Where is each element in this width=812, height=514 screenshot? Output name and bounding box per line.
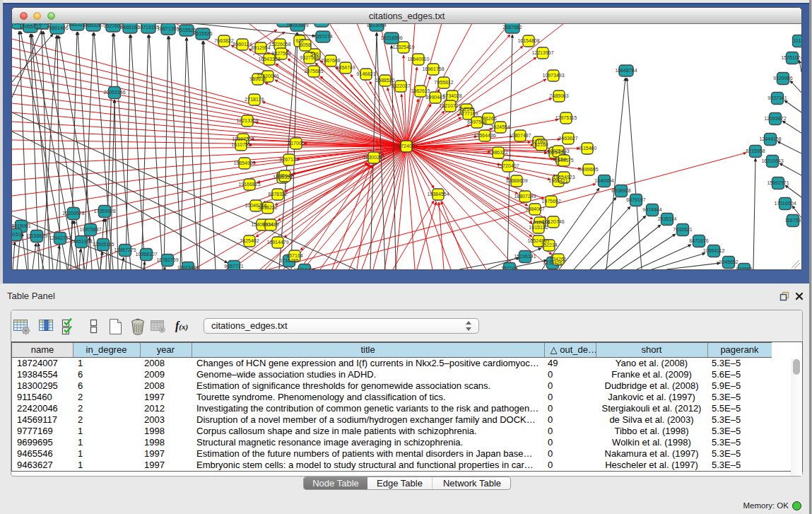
svg-text:8471676: 8471676 [689,238,708,243]
svg-text:8267130: 8267130 [279,157,298,162]
svg-text:3875685: 3875685 [304,69,323,74]
svg-text:2718176: 2718176 [245,97,264,102]
svg-text:2867608: 2867608 [321,58,340,63]
svg-text:19975887: 19975887 [79,227,101,232]
svg-text:9084067: 9084067 [525,206,544,211]
svg-text:9227341: 9227341 [767,95,787,100]
svg-text:19218506: 19218506 [380,35,402,40]
svg-text:12093872: 12093872 [764,116,786,121]
svg-text:12213369: 12213369 [236,118,258,123]
svg-text:19654923: 19654923 [553,175,575,180]
svg-text:1112: 1112 [794,38,801,43]
svg-text:16648784: 16648784 [615,68,637,73]
svg-text:9463627: 9463627 [558,136,577,141]
svg-text:7955812: 7955812 [434,80,453,85]
svg-text:7663822: 7663822 [214,38,233,43]
svg-text:16961758: 16961758 [422,66,444,71]
svg-text:893489: 893489 [262,222,278,227]
svg-text:10654112: 10654112 [703,248,725,253]
svg-text:16033809: 16033809 [286,23,308,28]
svg-text:9327508: 9327508 [300,55,319,60]
svg-text:1362615: 1362615 [411,88,430,93]
svg-text:18300295: 18300295 [363,155,384,160]
svg-text:9129966: 9129966 [773,76,792,81]
svg-text:11923446: 11923446 [177,265,199,269]
svg-text:16543362: 16543362 [258,57,280,62]
svg-text:16210643: 16210643 [761,158,783,163]
svg-text:12975115: 12975115 [555,115,577,120]
svg-text:157164: 157164 [286,253,302,258]
svg-text:17359928: 17359928 [93,209,115,214]
svg-text:15716485: 15716485 [293,267,315,269]
svg-text:3716485: 3716485 [279,258,298,263]
svg-text:7357274: 7357274 [313,34,332,39]
svg-text:16671355: 16671355 [157,26,179,31]
svg-text:9657771: 9657771 [224,264,243,269]
svg-text:924565: 924565 [736,267,752,269]
svg-text:9699695: 9699695 [579,167,598,172]
svg-text:8215958: 8215958 [746,148,765,153]
svg-text:16914479: 16914479 [266,240,288,245]
svg-text:391514: 391514 [12,232,24,237]
svg-text:19654985: 19654985 [233,160,255,165]
svg-text:6058: 6058 [300,42,311,47]
svg-text:9474444: 9474444 [642,207,661,212]
svg-text:10958107: 10958107 [135,252,157,257]
svg-text:1549575: 1549575 [554,158,573,163]
svg-text:10807487: 10807487 [509,133,531,138]
svg-text:2935114: 2935114 [658,216,677,221]
svg-text:8912954: 8912954 [251,45,270,50]
svg-text:1615132: 1615132 [529,225,548,230]
svg-text:18807249: 18807249 [514,194,536,199]
svg-text:10653267: 10653267 [82,23,104,28]
svg-text:3624554: 3624554 [490,124,510,129]
svg-text:9146821: 9146821 [356,71,375,76]
svg-text:9245652: 9245652 [719,259,738,264]
svg-text:1610755: 1610755 [231,142,250,147]
svg-text:7625402: 7625402 [240,238,259,243]
svg-text:16107553: 16107553 [232,136,254,141]
svg-text:746266: 746266 [480,116,496,121]
svg-text:15720407: 15720407 [497,163,519,168]
svg-text:334261: 334261 [550,257,566,262]
svg-text:7515526: 7515526 [193,31,212,36]
svg-text:1975692: 1975692 [541,199,560,204]
svg-text:20691406: 20691406 [46,25,68,30]
svg-text:989618: 989618 [249,76,266,81]
svg-text:20053346: 20053346 [103,90,125,95]
svg-text:12325419: 12325419 [392,45,414,49]
svg-text:62160: 62160 [534,142,548,147]
svg-text:10719155: 10719155 [137,25,159,30]
svg-text:20206578: 20206578 [62,211,84,216]
svg-text:16154808: 16154808 [517,38,539,43]
svg-text:8454749: 8454749 [336,65,355,70]
svg-text:6879197: 6879197 [626,197,645,202]
svg-text:8938928: 8938928 [611,188,630,193]
svg-text:16782759: 16782759 [156,257,178,262]
svg-text:8660124: 8660124 [233,42,252,47]
svg-text:12942737: 12942737 [49,235,71,240]
svg-text:15226058: 15226058 [269,42,290,47]
svg-text:10025433: 10025433 [547,148,569,153]
svg-text:8813054: 8813054 [367,23,386,28]
svg-text:9827508: 9827508 [271,51,290,56]
svg-text:15751074: 15751074 [781,55,801,60]
svg-text:7632621: 7632621 [673,227,692,232]
svg-text:15692971: 15692971 [767,180,789,185]
svg-text:6734028: 6734028 [442,93,461,98]
svg-text:1640954: 1640954 [594,178,613,183]
svg-text:8915061: 8915061 [12,223,31,228]
svg-text:19166825: 19166825 [238,182,260,187]
svg-text:5498222: 5498222 [258,205,277,210]
svg-text:10688609: 10688609 [505,178,527,183]
svg-text:2687682: 2687682 [502,25,522,30]
svg-text:157164: 157164 [501,266,517,269]
svg-text:15136141: 15136141 [514,254,536,259]
svg-text:9777169: 9777169 [459,111,478,116]
svg-text:7986322: 7986322 [488,150,507,155]
svg-text:9115460: 9115460 [578,146,597,151]
svg-text:12505115: 12505115 [93,242,114,247]
svg-text:417006: 417006 [288,141,304,146]
svg-text:116753: 116753 [785,218,801,223]
svg-text:8878332: 8878332 [268,192,287,197]
